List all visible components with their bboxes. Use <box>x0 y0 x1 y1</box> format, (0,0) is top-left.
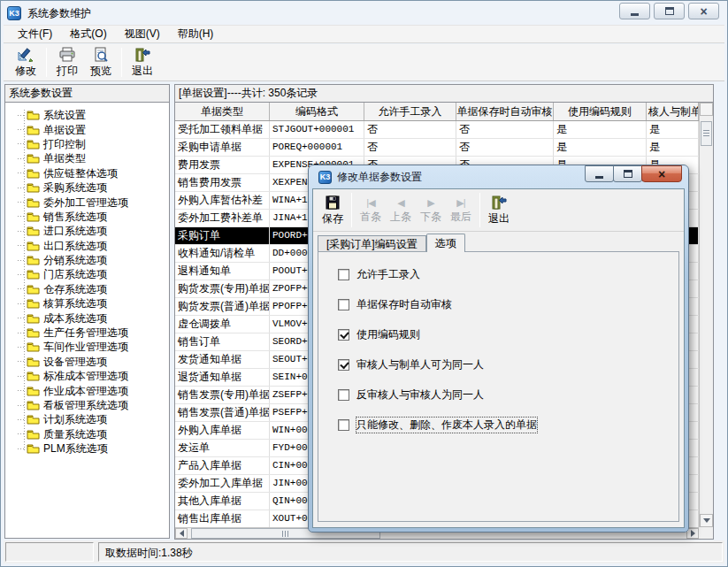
folder-icon <box>27 182 40 193</box>
nav-arrow-icon: ▶ <box>427 196 433 209</box>
close-button[interactable]: × <box>688 3 719 19</box>
cell-doc-type: 发货通知单据 <box>175 351 270 368</box>
cell-doc-type: 其他入库单据 <box>175 493 270 510</box>
sidebar-tree-item[interactable]: 单据类型 <box>5 151 169 165</box>
sidebar-tree-item[interactable]: 委外加工管理选项 <box>5 195 169 209</box>
menu-bar: 文件(F)格式(O)视图(V)帮助(H) <box>4 25 724 43</box>
close-icon: × <box>700 5 707 18</box>
scroll-down-button[interactable] <box>700 514 713 527</box>
cell-doc-type: 采购申请单据 <box>175 139 270 156</box>
record-nav-button[interactable]: ▶ 下条 <box>416 189 446 231</box>
sidebar-tree-item[interactable]: 设备管理选项 <box>5 355 169 369</box>
cell-doc-type: 购货发票(普通)单据 <box>175 298 270 315</box>
sidebar-tree-item[interactable]: 出口系统选项 <box>5 239 169 253</box>
table-row[interactable]: 采购申请单据 POREQ+000001 否 否 是 是 <box>175 139 699 157</box>
sidebar-tree-item[interactable]: 看板管理系统选项 <box>5 398 169 412</box>
sidebar-tree-item[interactable]: 单据设置 <box>5 122 169 136</box>
column-header[interactable]: 允许手工录入 <box>364 103 456 120</box>
option-row[interactable]: 使用编码规则 <box>338 319 678 349</box>
table-row[interactable]: 受托加工领料单据 STJGOUT+000001 否 否 是 是 <box>175 121 699 139</box>
cell-doc-type: 委外加工费补差单 <box>175 210 270 226</box>
column-header[interactable]: 单据类型 <box>175 103 270 120</box>
folder-icon <box>27 443 40 454</box>
cell-doc-type: 外购入库单据 <box>175 422 270 439</box>
cell-doc-type: 产品入库单据 <box>175 457 270 474</box>
sidebar-tree-item[interactable]: 作业成本管理选项 <box>5 383 169 397</box>
scroll-left-button[interactable] <box>175 528 188 539</box>
tree-item-label: 单据类型 <box>43 152 86 165</box>
app-logo-icon: K3 <box>318 171 332 184</box>
exit-button[interactable]: 退出 <box>126 44 159 80</box>
sidebar-tree-item[interactable]: 标准成本管理选项 <box>5 369 169 383</box>
modify-button[interactable]: 修改 <box>9 44 42 80</box>
record-nav-button[interactable]: ▶| 最后 <box>446 189 476 231</box>
folder-icon <box>27 429 40 440</box>
checkbox[interactable] <box>338 269 349 280</box>
tree-item-label: 设备管理选项 <box>43 356 107 368</box>
app-window: K3 系统参数维护 × 文件(F)格式(O)视图(V)帮助(H) 修改 <box>0 0 728 567</box>
sidebar-tree-item[interactable]: 供应链整体选项 <box>5 166 169 180</box>
column-header[interactable]: 核人与制单人可 <box>647 103 699 120</box>
menu-item[interactable]: 帮助(H) <box>169 25 223 43</box>
sidebar-tree-item[interactable]: 进口系统选项 <box>5 224 169 238</box>
status-bar: 取数据时间:1.38秒 <box>4 540 724 563</box>
print-label: 打印 <box>57 64 78 79</box>
checkbox[interactable] <box>338 299 349 310</box>
sidebar-tree-item[interactable]: 车间作业管理选项 <box>5 340 169 354</box>
maximize-button[interactable] <box>654 3 685 19</box>
print-button[interactable]: 打印 <box>50 44 84 80</box>
menu-item[interactable]: 格式(O) <box>61 25 115 43</box>
option-row[interactable]: 审核人与制单人可为同一人 <box>338 349 678 379</box>
vertical-scrollbar[interactable] <box>699 103 713 527</box>
sidebar-tree-item[interactable]: 计划系统选项 <box>5 412 169 426</box>
column-header[interactable]: 使用编码规则 <box>554 103 647 120</box>
checkbox[interactable] <box>338 359 349 371</box>
sidebar-tree-item[interactable]: 生产任务管理选项 <box>5 326 169 340</box>
column-header[interactable]: 单据保存时自动审核 <box>456 103 554 120</box>
checkbox[interactable] <box>338 329 349 341</box>
minimize-button[interactable] <box>619 3 650 19</box>
dialog-maximize-button[interactable] <box>613 165 642 182</box>
sidebar-tree-item[interactable]: 仓存系统选项 <box>5 282 169 296</box>
tree-item-label: 供应链整体选项 <box>43 167 118 180</box>
checkbox[interactable] <box>338 389 349 401</box>
dialog-exit-button[interactable]: 退出 <box>484 189 514 231</box>
sidebar-tree-item[interactable]: 核算系统选项 <box>5 296 169 310</box>
sidebar-tree-item[interactable]: 系统设置 <box>5 108 169 122</box>
record-nav-button[interactable]: ◀ 上条 <box>386 189 416 231</box>
preview-button[interactable]: 预览 <box>84 44 118 80</box>
sidebar-tree-item[interactable]: 分销系统选项 <box>5 253 169 267</box>
checkbox-label: 允许手工录入 <box>356 267 420 282</box>
folder-icon <box>27 125 40 135</box>
sidebar-tree-item[interactable]: PLM系统选项 <box>5 441 169 456</box>
sidebar-tree-item[interactable]: 销售系统选项 <box>5 210 169 224</box>
sidebar-tree-item[interactable]: 成本系统选项 <box>5 310 169 325</box>
scroll-up-button[interactable] <box>700 103 713 116</box>
option-row[interactable]: 单据保存时自动审核 <box>338 289 678 319</box>
option-row[interactable]: 反审核人与审核人为同一人 <box>338 379 678 410</box>
dialog-close-button[interactable]: × <box>641 165 682 182</box>
dialog-tab[interactable]: [采购订单]编码设置 <box>318 235 426 252</box>
menu-item[interactable]: 文件(F) <box>9 25 61 43</box>
vertical-scroll-thumb[interactable] <box>701 121 712 146</box>
cell-code-format: STJGOUT+000001 <box>270 121 364 138</box>
option-row[interactable]: 只能修改、删除、作废本人录入的单据 <box>338 410 678 440</box>
sidebar-tree-item[interactable]: 打印控制 <box>5 137 169 151</box>
toolbar-separator <box>479 193 480 227</box>
sidebar-tree-item[interactable]: 采购系统选项 <box>5 180 169 195</box>
column-header[interactable]: 编码格式 <box>270 103 364 120</box>
save-button[interactable]: 保存 <box>318 189 348 231</box>
record-nav-button[interactable]: |◀ 首条 <box>356 189 386 231</box>
cell-doc-type: 销售发票(专用)单据 <box>175 387 270 403</box>
menu-item[interactable]: 视图(V) <box>116 25 169 43</box>
sidebar-tree-item[interactable]: 质量系统选项 <box>5 427 169 441</box>
dialog-minimize-button[interactable] <box>585 165 614 182</box>
scrollbar-corner <box>699 527 713 539</box>
option-row[interactable]: 允许手工录入 <box>338 259 678 289</box>
dialog-tab[interactable]: 选项 <box>426 234 465 252</box>
edit-parameters-dialog: K3 修改单据参数设置 × 保存 <box>308 165 689 533</box>
dialog-title: 修改单据参数设置 <box>337 170 422 185</box>
checkbox-label: 只能修改、删除、作废本人录入的单据 <box>356 418 537 433</box>
sidebar-tree-item[interactable]: 门店系统选项 <box>5 267 169 281</box>
checkbox[interactable] <box>338 419 349 431</box>
